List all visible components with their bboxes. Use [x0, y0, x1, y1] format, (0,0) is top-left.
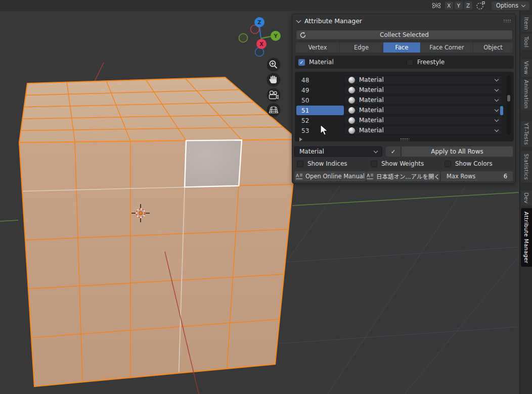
panel-drag-grip[interactable]	[503, 19, 511, 22]
chevron-down-icon	[495, 117, 499, 121]
row-index[interactable]: 48	[296, 75, 344, 85]
material-select[interactable]: Material	[344, 95, 503, 105]
material-sphere-icon	[348, 107, 355, 114]
viewport-header: X Y Z Options	[0, 0, 532, 11]
table-row: 50 Material	[295, 95, 513, 105]
sidebar-tab-strip: Item Tool View Animation YT-Tests Statis…	[519, 11, 532, 394]
cube-front-face[interactable]	[19, 139, 297, 386]
object-origin-dot	[139, 212, 143, 215]
manual-icon: A	[367, 173, 373, 179]
gizmo-minus-y[interactable]	[239, 34, 248, 42]
material-select[interactable]: Material	[344, 126, 503, 135]
show-colors-toggle[interactable]: Show Colors	[445, 160, 493, 167]
tab-face[interactable]: Face	[383, 42, 420, 53]
material-select-value: Material	[359, 96, 491, 104]
apply-to-all-rows-button[interactable]: Apply to All Rows	[402, 146, 513, 157]
material-select[interactable]: Material	[344, 85, 503, 94]
expand-triangle-icon[interactable]	[299, 137, 302, 141]
sidebar-tab-item[interactable]: Item	[521, 15, 532, 32]
refresh-icon	[299, 31, 306, 39]
cube-mesh[interactable]	[19, 77, 297, 386]
perspective-grid-icon[interactable]	[267, 104, 281, 117]
max-rows-field[interactable]: Max Rows 6	[441, 171, 513, 181]
checkbox-unchecked-icon[interactable]	[407, 59, 413, 66]
row-index[interactable]: 49	[296, 85, 344, 95]
mirror-butterfly-icon[interactable]	[431, 2, 441, 10]
collect-selected-button[interactable]: Collect Selected	[296, 30, 513, 40]
options-label: Options	[496, 2, 518, 9]
tab-object[interactable]: Object	[473, 42, 513, 53]
chevron-down-icon	[374, 149, 378, 153]
gizmo-minus-z[interactable]	[255, 48, 264, 57]
chevron-down-icon	[495, 127, 499, 131]
material-sphere-icon	[348, 87, 355, 93]
mouse-cursor	[320, 124, 330, 137]
open-online-manual-label: Open Online Manual	[305, 173, 365, 180]
sidebar-tab-attribute-manager[interactable]: Attribute Manager	[521, 208, 532, 267]
resize-grip[interactable]	[400, 138, 409, 141]
row-index[interactable]: 50	[296, 95, 344, 105]
table-row: 48 Material	[295, 75, 513, 85]
sidebar-tab-dev[interactable]: Dev	[521, 190, 532, 206]
material-sphere-icon	[348, 97, 355, 104]
gizmo-x-label: X	[259, 41, 263, 47]
domain-tabs: Vertex Edge Face Face Corner Object	[296, 42, 513, 53]
chevron-down-icon	[495, 97, 499, 101]
material-sphere-icon	[348, 127, 355, 134]
attribute-value-select[interactable]: Material	[294, 146, 382, 157]
gizmo-y-label: Y	[273, 33, 278, 39]
table-row: 49 Material	[295, 85, 513, 95]
checkbox-unchecked-icon[interactable]	[371, 161, 377, 167]
material-sphere-icon	[348, 77, 355, 83]
proportional-editing-icon[interactable]	[475, 1, 485, 10]
material-toggle-label: Material	[309, 59, 334, 66]
material-select-value: Material	[359, 127, 491, 134]
svg-text:A: A	[367, 173, 370, 178]
sidebar-tab-statistics[interactable]: Statistics	[521, 151, 532, 182]
camera-view-icon[interactable]	[267, 88, 281, 102]
show-weights-label: Show Weights	[381, 160, 424, 167]
apply-check-toggle[interactable]: ✓	[386, 146, 401, 157]
checkbox-checked-icon[interactable]: ✓	[298, 59, 305, 66]
material-select[interactable]: Material	[344, 116, 503, 125]
panel-header[interactable]: Attribute Manager	[297, 17, 362, 25]
row-index[interactable]: 51	[296, 106, 344, 115]
active-face[interactable]	[185, 140, 242, 187]
table-scrollbar[interactable]	[506, 75, 511, 135]
freestyle-toggle[interactable]: Freestyle	[407, 59, 445, 66]
zoom-icon[interactable]	[267, 58, 281, 72]
sidebar-tab-tool[interactable]: Tool	[521, 34, 532, 50]
active-row-marker	[500, 106, 503, 115]
material-select[interactable]: Material	[344, 106, 503, 115]
tab-edge[interactable]: Edge	[340, 42, 383, 53]
tab-face-corner[interactable]: Face Corner	[421, 42, 473, 53]
mirror-y-toggle[interactable]: Y	[455, 2, 463, 10]
sidebar-tab-yt-tests[interactable]: YT-Tests	[521, 121, 532, 147]
open-japanese-manual-button[interactable]: A 日本語オン...アルを開く	[367, 171, 440, 181]
checkbox-unchecked-icon[interactable]	[445, 161, 451, 167]
pan-hand-icon[interactable]	[267, 73, 281, 87]
mirror-z-toggle[interactable]: Z	[464, 2, 472, 10]
attribute-manager-panel: Attribute Manager Collect Selected Verte…	[292, 14, 516, 184]
checkmark-icon: ✓	[391, 149, 395, 155]
material-toggle[interactable]: ✓ Material	[298, 59, 334, 66]
tab-vertex[interactable]: Vertex	[296, 42, 339, 53]
table-row-selected: 51 Material	[295, 106, 513, 115]
collapse-chevron-icon[interactable]	[296, 18, 301, 23]
material-sphere-icon	[348, 117, 355, 124]
show-indices-toggle[interactable]: Show Indices	[297, 160, 347, 167]
attribute-value-label: Material	[299, 148, 374, 155]
sidebar-tab-animation[interactable]: Animation	[521, 79, 532, 110]
chevron-down-icon	[495, 107, 499, 111]
open-online-manual-button[interactable]: A Open Online Manual	[294, 171, 366, 181]
mirror-x-toggle[interactable]: X	[445, 2, 453, 10]
sidebar-tab-view[interactable]: View	[521, 59, 532, 77]
material-select-value: Material	[359, 76, 491, 83]
collect-selected-label: Collect Selected	[380, 31, 429, 38]
material-select[interactable]: Material	[344, 75, 503, 84]
options-dropdown[interactable]: Options	[492, 2, 529, 10]
show-weights-toggle[interactable]: Show Weights	[371, 160, 424, 167]
scrollbar-thumb[interactable]	[507, 95, 510, 102]
gizmo-z-label: Z	[257, 20, 261, 25]
checkbox-unchecked-icon[interactable]	[297, 161, 303, 167]
